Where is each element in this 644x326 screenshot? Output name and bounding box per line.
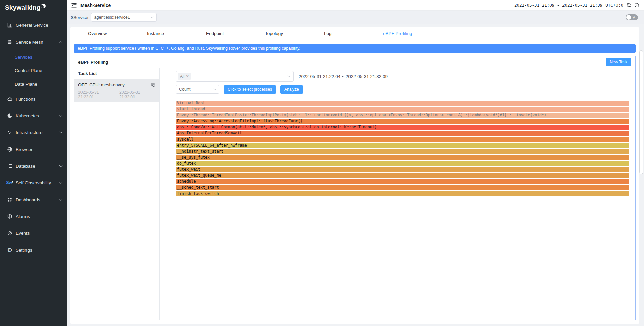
flame-frame[interactable]: entry_SYSCALL_64_after_hwframe <box>176 143 629 148</box>
sidebar-item-kubernetes[interactable]: Kubernetes <box>0 107 67 124</box>
task-time-range: 2022-05-31 21:22:01 2022-05-31 21:32:01 <box>78 90 155 99</box>
analysis-column: All × 2022-05-31 21:22:04 ~ 2022-05-31 2… <box>160 68 635 320</box>
tab-overview[interactable]: Overview <box>88 31 147 36</box>
sidebar-item-alarms[interactable]: Alarms <box>0 208 67 225</box>
sidebar-item-label: Infrastructure <box>16 130 60 135</box>
sidebar: Skywalking General Service Service Mesh … <box>0 0 67 326</box>
panel-body: Task List OFF_CPU: mesh-envoy 2022-05-3 <box>74 68 635 320</box>
sidebar-nav: General Service Service Mesh Services Co… <box>0 17 67 258</box>
sidebar-item-service-mesh[interactable]: Service Mesh <box>0 34 67 50</box>
chevron-down-icon <box>213 87 217 91</box>
tab-topology[interactable]: Topology <box>265 31 324 36</box>
cloud-icon <box>7 96 13 102</box>
flame-frame[interactable]: futex_wait_queue_me <box>176 173 629 178</box>
skywalking-logo[interactable]: Skywalking <box>0 0 67 15</box>
new-task-button[interactable]: New Task <box>606 58 631 66</box>
sidebar-item-control-plane[interactable]: Control Plane <box>0 64 67 77</box>
flame-frame[interactable]: Virtual Root <box>176 101 629 106</box>
toggle-label: V <box>633 15 635 19</box>
database-icon <box>7 163 13 169</box>
flame-frame[interactable]: __noinstr_text_start <box>176 149 629 154</box>
flame-frame[interactable]: AbslInternalPerThreadSemWait <box>176 131 629 136</box>
sidebar-item-label: Alarms <box>16 214 62 219</box>
flame-frame[interactable]: absl::CondVar::WaitCommon(absl::Mutex*, … <box>176 125 629 130</box>
service-selector-bar: $Service agentless::service1 V <box>67 11 644 24</box>
sidebar-item-browser[interactable]: Browser <box>0 141 67 158</box>
analysis-controls-row1: All × 2022-05-31 21:22:04 ~ 2022-05-31 2… <box>176 71 632 82</box>
sidebar-item-label: Service Mesh <box>16 40 60 45</box>
task-end-time: 2022-05-31 21:32:01 <box>119 90 155 99</box>
tab-instance[interactable]: Instance <box>147 31 206 36</box>
sidebar-item-services[interactable]: Services <box>0 50 67 64</box>
analysis-time-range: 2022-05-31 21:22:04 ~ 2022-05-31 21:32:0… <box>299 74 388 79</box>
tab-log[interactable]: Log <box>324 31 383 36</box>
sidebar-item-settings[interactable]: ⚙ Settings <box>0 241 67 258</box>
task-list-item[interactable]: OFF_CPU: mesh-envoy 2022-05-31 21:22:01 … <box>74 79 159 102</box>
content-area: Overview Instance Endpoint Topology Log … <box>67 24 644 326</box>
flame-frame[interactable]: __se_sys_futex <box>176 155 629 160</box>
flame-frame[interactable]: start_thread <box>176 107 629 112</box>
view-mode-toggle[interactable]: V <box>626 14 638 20</box>
menu-fold-icon[interactable] <box>71 2 77 8</box>
flame-frame[interactable]: finish_task_switch <box>176 191 629 196</box>
sidebar-item-general-service[interactable]: General Service <box>0 17 67 34</box>
flame-frame[interactable]: futex_wait <box>176 167 629 172</box>
sidebar-item-label: Browser <box>16 147 62 152</box>
pie-icon <box>7 113 13 118</box>
info-banner: eBPF Profiling support services written … <box>74 44 636 53</box>
sidebar-item-events[interactable]: Events <box>0 225 67 241</box>
service-select[interactable]: agentless::service1 <box>91 13 157 22</box>
flame-graph: Virtual Root start_thread Envoy::Thread:… <box>176 101 632 196</box>
flame-frame[interactable]: do_futex <box>176 161 629 166</box>
analyze-button[interactable]: Analyze <box>280 85 303 94</box>
sidebar-item-label: Events <box>16 231 62 236</box>
flame-frame[interactable]: schedule <box>176 179 629 184</box>
sidebar-item-functions[interactable]: Functions <box>0 91 67 107</box>
flame-frame[interactable]: __sched_text_start <box>176 185 629 190</box>
flame-frame[interactable]: syscall <box>176 137 629 142</box>
selected-scope-tag[interactable]: All × <box>178 73 191 80</box>
timezone-label: UTC+0:0 <box>605 3 623 8</box>
instance-multiselect[interactable]: All × <box>176 71 294 82</box>
sidebar-item-dashboards[interactable]: Dashboards <box>0 191 67 208</box>
sidebar-item-label: Services <box>15 55 62 60</box>
tab-endpoint[interactable]: Endpoint <box>206 31 265 36</box>
grid-plus-icon <box>7 197 13 202</box>
document-search-icon[interactable] <box>150 82 155 88</box>
sidebar-item-label: Kubernetes <box>16 113 60 118</box>
select-processes-button[interactable]: Click to select processes <box>224 85 276 94</box>
task-list-header: Task List <box>74 68 159 79</box>
sidebar-item-infrastructure[interactable]: Infrastructure <box>0 124 67 141</box>
top-header: Mesh-Service 2022-05-31 21:09 ~ 2022-05-… <box>67 0 644 11</box>
sidebar-item-label: Settings <box>16 248 62 253</box>
flame-frame[interactable]: Envoy::Thread::ThreadImplPosix::ThreadIm… <box>176 113 629 118</box>
tab-ebpf-profiling[interactable]: eBPF Profiling <box>383 31 442 36</box>
sidebar-item-database[interactable]: Database <box>0 158 67 174</box>
panel-title: eBPF Profiling <box>78 60 108 65</box>
info-icon[interactable] <box>634 3 639 8</box>
app-root: Skywalking General Service Service Mesh … <box>0 0 644 326</box>
sidebar-item-self-observability[interactable]: Sw’ Self Observability <box>0 174 67 191</box>
stopwatch-icon <box>7 230 13 236</box>
chevron-down-icon <box>59 113 63 117</box>
aggregation-select[interactable]: Count <box>176 85 219 94</box>
sw-icon: Sw’ <box>7 180 13 185</box>
close-icon[interactable]: × <box>186 74 189 79</box>
chevron-down-icon <box>59 164 63 167</box>
sidebar-item-label: Data Plane <box>15 82 62 87</box>
chevron-up-icon <box>59 41 63 44</box>
task-start-time: 2022-05-31 21:22:01 <box>78 90 114 99</box>
flame-frame[interactable]: Envoy::AccessLog::AccessLogFileImpl::flu… <box>176 119 629 124</box>
globe-icon <box>7 147 13 152</box>
layers-icon <box>7 39 13 45</box>
refresh-icon[interactable] <box>626 3 631 8</box>
vertical-scrollbar[interactable] <box>639 50 643 174</box>
analysis-controls-row2: Count Click to select processes Analyze <box>176 85 632 94</box>
gear-icon: ⚙ <box>7 247 13 253</box>
sidebar-item-data-plane[interactable]: Data Plane <box>0 77 67 91</box>
tabs-bar: Overview Instance Endpoint Topology Log … <box>70 27 639 40</box>
time-range-picker[interactable]: 2022-05-31 21:09 ~ 2022-05-31 21:39 <box>514 3 602 8</box>
service-select-value: agentless::service1 <box>94 15 130 20</box>
task-list-column: Task List OFF_CPU: mesh-envoy 2022-05-3 <box>74 68 160 320</box>
bar-chart-icon <box>7 22 13 28</box>
